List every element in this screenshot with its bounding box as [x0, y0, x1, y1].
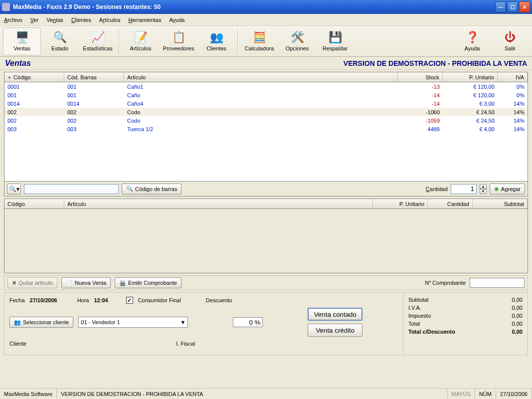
nueva-venta-button[interactable]: 📄Nueva Venta [61, 277, 111, 288]
menu-ventas[interactable]: Ventas [46, 17, 63, 23]
col-codigo[interactable]: Código [4, 72, 64, 82]
subtotal-value: 0,00 [512, 297, 523, 303]
clients-icon: 👥 [209, 31, 223, 44]
spin-up-icon[interactable]: ▲ [480, 184, 487, 189]
cart-col-codigo[interactable]: Código [4, 199, 64, 208]
tb-estadisticas[interactable]: 📈Estadísticas [79, 27, 117, 55]
status-date: 27/10/2006 [496, 389, 532, 399]
table-row[interactable]: 002002Codo-1060€ 24,5014% [4, 108, 528, 116]
status-mayus: MAYÚS [448, 389, 475, 399]
col-articulo[interactable]: Artículo [124, 72, 398, 82]
products-table: Código Cód. Barras Artículo Stock P. Uni… [4, 72, 528, 182]
cart-body-empty [4, 209, 528, 273]
table-row[interactable]: 001001Caño-14€ 120,000% [4, 91, 528, 99]
tb-ventas[interactable]: 🖥️Ventas [3, 27, 41, 55]
cantidad-spinner[interactable]: ▲▼ [480, 184, 487, 194]
descuento-input[interactable] [233, 317, 263, 327]
tb-proveedores[interactable]: 📋Proveedores [160, 27, 197, 55]
tb-estado[interactable]: 🔍Estado [41, 27, 79, 55]
menu-herramientas[interactable]: Herramientas [128, 17, 161, 23]
app-icon [2, 3, 10, 11]
consumidor-label: Consumidor Final [138, 297, 181, 303]
barcode-button[interactable]: 🔍Código de barras [122, 184, 181, 195]
menubar: Archivo Ver Ventas Clientes Artículos He… [0, 14, 532, 26]
ncomp-label: Nº Comprobante [425, 280, 466, 286]
totals-panel: Subtotal0,00 I.V.A.0,00 Impuesto0,00 Tot… [403, 293, 528, 355]
backup-icon: 💾 [328, 31, 342, 44]
quitar-button: ✖Quitar artículo [7, 277, 57, 288]
consumidor-checkbox[interactable]: ✓ [126, 297, 133, 304]
menu-ver[interactable]: Ver [30, 17, 39, 23]
exit-icon: ⏻ [503, 31, 517, 44]
toolbar-sep [119, 29, 120, 53]
table-row[interactable]: 002002Codo-1059€ 24,5014% [4, 116, 528, 125]
tb-respaldar[interactable]: 💾Respaldar [316, 27, 354, 55]
cash-register-icon: 🖥️ [15, 31, 29, 44]
vendedor-select[interactable]: 01 - Vendedor 1▼ [78, 317, 188, 328]
add-icon: ◉ [494, 186, 499, 192]
sel-cliente-button[interactable]: 👥Seleccionar cliente [9, 317, 73, 328]
heading-row: Ventas VERSION DE DEMOSTRACION - PROHIBI… [0, 57, 532, 70]
col-punit[interactable]: P. Unitario [443, 72, 498, 82]
cart-col-subtotal[interactable]: Subtotal [473, 199, 528, 208]
suppliers-icon: 📋 [172, 31, 185, 44]
emitir-button[interactable]: 🖨️Emitir Comprobante [115, 277, 181, 288]
tb-clientes[interactable]: 👥Clientes [197, 27, 235, 55]
status-demo: VERSION DE DEMOSTRACION - PROHIBIDA LA V… [57, 389, 447, 399]
window-title: MaxMedia - Faxis 2.9 Demo - Sesiones res… [13, 3, 161, 10]
menu-ayuda[interactable]: Ayuda [169, 17, 184, 23]
hora-label: Hora [77, 297, 89, 303]
agregar-button[interactable]: ◉Agregar [490, 184, 525, 195]
search-dropdown[interactable]: 🔍▾ [7, 184, 21, 195]
table-row[interactable]: 00140014Caño4-14€ 3,0014% [4, 99, 528, 108]
ncomp-input[interactable] [470, 278, 525, 288]
table-row[interactable]: 003003Tuerca 1/24489€ 4,0014% [4, 125, 528, 133]
col-iva[interactable]: IVA [498, 72, 528, 82]
col-barras[interactable]: Cód. Barras [64, 72, 124, 82]
menu-clientes[interactable]: Clientes [71, 17, 91, 23]
cart-table: Código Artículo P. Unitario Cantidad Sub… [4, 199, 528, 273]
status-vendor: MaxMedia Software [0, 389, 57, 399]
tb-ayuda[interactable]: ❓Ayuda [453, 27, 491, 55]
spin-down-icon[interactable]: ▼ [480, 189, 487, 194]
hora-value: 12:04 [94, 297, 108, 303]
col-stock[interactable]: Stock [398, 72, 443, 82]
venta-contado-button[interactable]: Venta contado [308, 308, 362, 321]
demo-banner: VERSION DE DEMOSTRACION - PROHIBIDA LA V… [344, 59, 527, 67]
toolbar: 🖥️Ventas 🔍Estado 📈Estadísticas 📝Artículo… [0, 26, 532, 57]
cart-col-cantidad[interactable]: Cantidad [428, 199, 473, 208]
cantidad-input[interactable] [451, 184, 477, 194]
new-icon: 📄 [66, 280, 73, 286]
venta-credito-button[interactable]: Venta crédito [308, 324, 362, 337]
minimize-button[interactable]: — [495, 1, 506, 12]
menu-articulos[interactable]: Artículos [99, 17, 121, 23]
articles-icon: 📝 [134, 31, 148, 44]
fecha-label: Fecha [9, 297, 25, 303]
statusbar: MaxMedia Software VERSION DE DEMOSTRACIO… [0, 388, 532, 399]
titlebar: MaxMedia - Faxis 2.9 Demo - Sesiones res… [0, 0, 532, 14]
cart-col-articulo[interactable]: Artículo [64, 199, 373, 208]
section-title: Ventas [5, 59, 31, 68]
table-row[interactable]: 0001001Caño1-13€ 120,000% [4, 82, 528, 91]
chevron-down-icon: ▼ [180, 319, 185, 325]
search-row: 🔍▾ 🔍Código de barras Cantidad ▲▼ ◉Agrega… [4, 182, 528, 197]
status-num: NÚM [475, 389, 496, 399]
tb-articulos[interactable]: 📝Artículos [122, 27, 160, 55]
tb-calculadora[interactable]: 🧮Calculadora [240, 27, 278, 55]
bottom-panel: Fecha 27/10/2006 Hora 12:04 ✓ Consumidor… [4, 292, 528, 355]
cart-col-punit[interactable]: P. Unitario [373, 199, 428, 208]
status-icon: 🔍 [53, 31, 67, 44]
remove-icon: ✖ [12, 280, 16, 286]
tb-salir[interactable]: ⏻Salir [491, 27, 529, 55]
menu-archivo[interactable]: Archivo [4, 17, 22, 23]
maximize-button[interactable]: ☐ [507, 1, 518, 12]
iva-value: 0,00 [512, 305, 523, 311]
close-button[interactable]: ✕ [519, 1, 530, 12]
clients-icon: 👥 [14, 319, 21, 326]
print-icon: 🖨️ [119, 280, 126, 286]
descuento-label: Descuento [206, 297, 232, 303]
search-input[interactable] [24, 184, 119, 194]
options-icon: 🛠️ [290, 31, 304, 44]
total-value: 0,00 [512, 321, 523, 327]
tb-opciones[interactable]: 🛠️Opciones [278, 27, 316, 55]
